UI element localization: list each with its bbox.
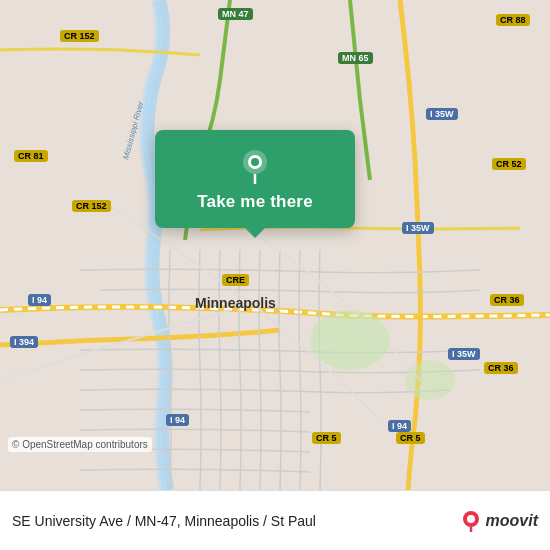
svg-point-7 [251,158,259,166]
attribution: © OpenStreetMap contributors [8,437,152,452]
tooltip-popup[interactable]: Take me there [155,130,355,228]
road-badge: I 35W [426,108,458,120]
svg-point-9 [467,515,475,523]
road-badge: CR 88 [496,14,530,26]
road-badge: CRE [222,274,249,286]
road-badge: MN 47 [218,8,253,20]
road-badge: CR 36 [484,362,518,374]
road-badge: MN 65 [338,52,373,64]
svg-rect-0 [0,0,550,490]
road-badge: CR 152 [72,200,111,212]
moovit-text: moovit [486,512,538,530]
location-text: SE University Ave / MN-47, Minneapolis /… [12,513,460,529]
road-badge: CR 5 [396,432,425,444]
road-badge: I 94 [166,414,189,426]
svg-point-2 [310,310,390,370]
moovit-pin-icon [460,510,482,532]
svg-point-3 [405,360,455,400]
svg-text:Minneapolis: Minneapolis [195,295,276,311]
road-badge: I 35W [402,222,434,234]
road-badge: I 35W [448,348,480,360]
road-badge: I 94 [28,294,51,306]
road-badge: CR 152 [60,30,99,42]
map-svg: Mississippi River [0,0,550,490]
bottom-bar: SE University Ave / MN-47, Minneapolis /… [0,490,550,550]
road-badge: I 394 [10,336,38,348]
tooltip-label: Take me there [197,192,313,212]
moovit-logo: moovit [460,510,538,532]
road-badge: CR 81 [14,150,48,162]
road-badge: CR 52 [492,158,526,170]
location-pin-icon [237,148,273,184]
road-badge: CR 36 [490,294,524,306]
road-badge: I 94 [388,420,411,432]
road-badge: CR 5 [312,432,341,444]
map-container: Mississippi River [0,0,550,490]
